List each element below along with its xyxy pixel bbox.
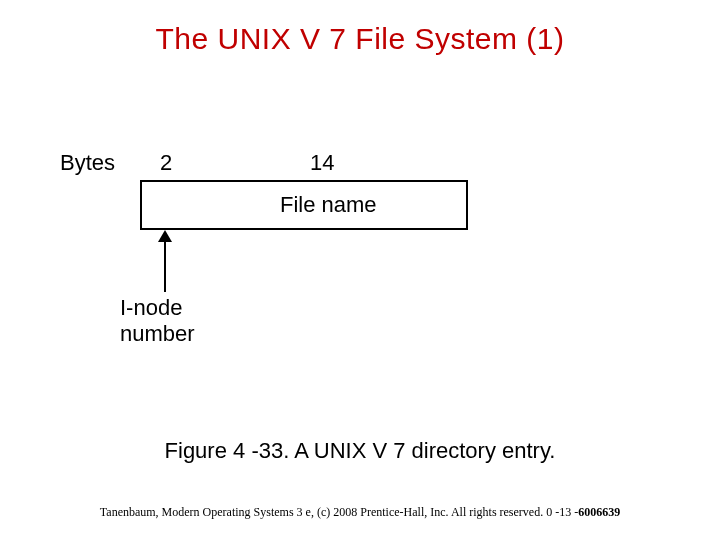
- bytes-row-label: Bytes: [60, 150, 115, 176]
- copyright-footer: Tanenbaum, Modern Operating Systems 3 e,…: [0, 505, 720, 520]
- inode-field-width: 2: [160, 150, 172, 176]
- figure-caption: Figure 4 -33. A UNIX V 7 directory entry…: [0, 438, 720, 464]
- arrow-line: [164, 232, 166, 292]
- filename-field-width: 14: [310, 150, 334, 176]
- slide-title: The UNIX V 7 File System (1): [0, 0, 720, 56]
- directory-entry-diagram: Bytes 2 14 File name I-node number: [60, 150, 510, 370]
- inode-label-line2: number: [120, 321, 195, 346]
- footer-isbn-tail: 6006639: [578, 505, 620, 519]
- inode-label-line1: I-node: [120, 295, 182, 320]
- inode-number-label: I-node number: [120, 295, 195, 348]
- filename-box-label: File name: [280, 192, 377, 218]
- footer-text: Tanenbaum, Modern Operating Systems 3 e,…: [100, 505, 578, 519]
- inode-number-box: [140, 180, 190, 230]
